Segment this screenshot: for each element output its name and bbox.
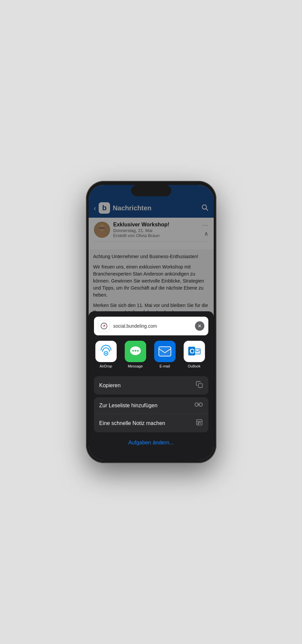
share-url-bar: social.bundeling.com ✕ [94,317,208,335]
svg-point-16 [134,350,136,352]
share-sheet-overlay: social.bundeling.com ✕ [89,185,214,460]
message-app-item[interactable]: Message [123,341,147,368]
airdrop-app-item[interactable]: AirDrop [94,341,118,368]
svg-point-17 [137,350,138,352]
copy-action[interactable]: Kopieren [94,376,208,395]
reading-list-action[interactable]: Zur Leseliste hinzufügen [94,397,208,414]
email-app-item[interactable]: E-mail [153,341,177,368]
outlook-app-item[interactable]: O Outlook [182,341,206,368]
quick-note-icon [196,419,203,428]
phone-screen: ‹ b Nachrichten [89,185,214,460]
svg-text:O: O [190,347,195,355]
copy-label: Kopieren [99,383,121,389]
message-icon [125,341,146,362]
email-label: E-mail [160,364,170,368]
email-icon [154,341,176,362]
svg-rect-24 [198,384,202,388]
svg-rect-18 [159,347,171,356]
action-group-1: Kopieren [94,376,208,395]
copy-icon [196,381,203,390]
apps-row: AirDrop Messa [94,341,208,371]
phone-notch [131,185,171,196]
customize-label: Aufgaben ändern... [128,440,174,445]
close-share-button[interactable]: ✕ [195,321,204,331]
airdrop-label: AirDrop [100,364,112,368]
outlook-label: Outlook [188,364,201,368]
svg-rect-28 [196,420,202,425]
quick-note-action[interactable]: Eine schnelle Notiz machen [94,414,208,432]
share-sheet: social.bundeling.com ✕ [89,311,214,460]
action-group-2: Zur Leseliste hinzufügen Eine schnelle N… [94,397,208,432]
reading-list-label: Zur Leseliste hinzufügen [99,403,158,409]
phone-frame: ‹ b Nachrichten [86,181,216,463]
share-url-text: social.bundeling.com [113,323,192,329]
svg-point-12 [105,353,106,354]
svg-point-15 [132,350,134,352]
message-label: Message [128,364,143,368]
outlook-icon: O [184,341,205,362]
customize-button[interactable]: Aufgaben ändern... [94,435,208,450]
svg-rect-22 [194,349,200,354]
airdrop-icon [95,341,117,362]
reading-list-icon [194,402,203,409]
compass-icon [98,320,110,332]
quick-note-label: Eine schnelle Notiz machen [99,420,165,426]
